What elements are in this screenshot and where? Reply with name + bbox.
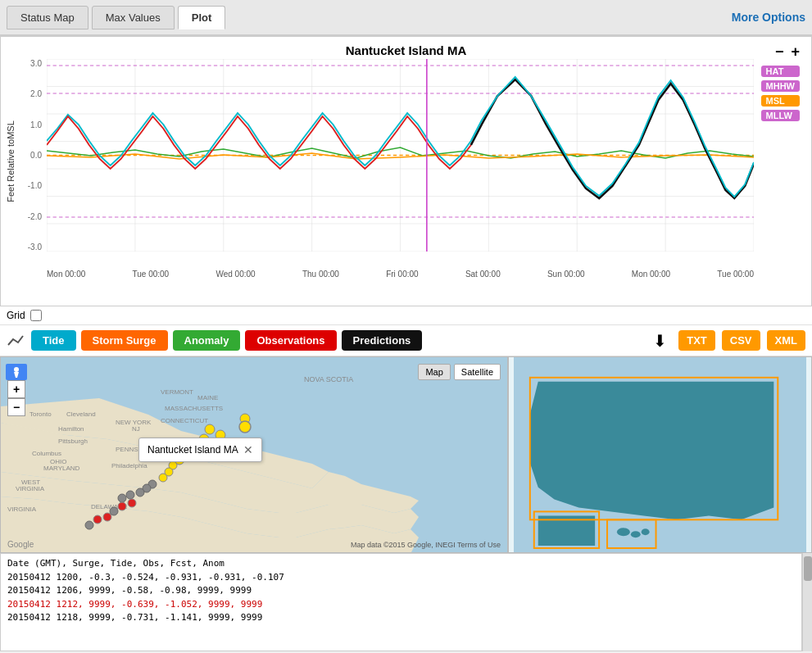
grid-row: Grid — [0, 306, 812, 325]
svg-text:MARYLAND: MARYLAND — [43, 465, 80, 472]
tab-plot[interactable]: Plot — [178, 6, 226, 29]
map-view-button[interactable]: Map — [418, 364, 450, 380]
more-options-button[interactable]: More Options — [732, 11, 805, 24]
txt-export-button[interactable]: TXT — [678, 330, 715, 351]
svg-point-77 — [617, 528, 630, 536]
svg-text:MASSACHUSETTS: MASSACHUSETTS — [165, 405, 223, 412]
y-axis-ticks: 3.0 2.0 1.0 0.0 -1.0 -2.0 -3.0 — [7, 59, 45, 252]
svg-point-67 — [85, 521, 93, 529]
svg-text:VIRGINIA: VIRGINIA — [16, 485, 45, 492]
svg-point-59 — [136, 488, 144, 497]
svg-text:NOVA SCOTIA: NOVA SCOTIA — [304, 375, 353, 383]
svg-point-61 — [118, 494, 126, 502]
svg-text:MAINE: MAINE — [197, 394, 218, 401]
svg-text:Philadelphia: Philadelphia — [111, 462, 147, 469]
grid-checkbox[interactable] — [30, 310, 42, 321]
download-icon[interactable]: ⬇ — [653, 331, 667, 351]
chart-zoom-controls: − + — [773, 43, 801, 61]
us-overview-map — [508, 356, 812, 553]
scrollbar-thumb[interactable] — [804, 556, 812, 581]
svg-text:Pittsburgh: Pittsburgh — [58, 438, 88, 445]
tide-button[interactable]: Tide — [31, 330, 76, 351]
tab-status-map[interactable]: Status Map — [7, 6, 88, 29]
chart-area: Nantucket Island MA − + HAT MHHW MSL MLL… — [0, 36, 812, 306]
chart-svg — [47, 59, 754, 252]
data-text-area[interactable]: Date (GMT), Surge, Tide, Obs, Fcst, Anom… — [0, 553, 802, 651]
svg-point-56 — [159, 474, 167, 482]
zoom-plus-button[interactable]: + — [791, 43, 800, 60]
zoom-minus-button[interactable]: − — [775, 43, 784, 60]
header-bar: Status Map Max Values Plot More Options — [0, 0, 812, 36]
svg-marker-73 — [530, 382, 774, 520]
data-line-4: 20150412 1218, 9999, -0.731, -1.141, 999… — [7, 611, 795, 625]
svg-marker-71 — [14, 372, 19, 378]
svg-point-69 — [239, 421, 251, 433]
svg-text:Hamilton: Hamilton — [58, 425, 84, 433]
svg-point-66 — [93, 515, 102, 524]
data-header-line: Date (GMT), Surge, Tide, Obs, Fcst, Anom — [7, 557, 795, 571]
svg-point-60 — [126, 491, 134, 499]
map-data-credit: Map data ©2015 Google, INEGI Terms of Us… — [351, 541, 501, 549]
svg-text:CONNECTICUT: CONNECTICUT — [161, 417, 208, 424]
zoom-out-button[interactable]: − — [7, 398, 25, 416]
observations-button[interactable]: Observations — [245, 330, 336, 351]
bottom-section: OHIO WEST VIRGINIA VIRGINIA Pittsburgh C… — [0, 356, 812, 651]
svg-point-70 — [14, 367, 19, 372]
data-line-2: 20150412 1206, 9999, -0.58, -0.98, 9999,… — [7, 584, 795, 598]
svg-text:VIRGINIA: VIRGINIA — [7, 506, 37, 513]
svg-point-65 — [103, 513, 111, 521]
svg-point-79 — [642, 528, 650, 535]
street-view-icon[interactable] — [6, 364, 27, 380]
zoom-in-button[interactable]: + — [7, 380, 25, 398]
svg-point-64 — [110, 507, 118, 515]
svg-text:Cleveland: Cleveland — [66, 410, 96, 418]
data-line-3: 20150412 1212, 9999, -0.639, -1.052, 999… — [7, 598, 795, 612]
svg-text:Columbus: Columbus — [32, 450, 61, 457]
svg-point-78 — [631, 531, 641, 537]
map-popup-close-button[interactable]: ✕ — [243, 443, 253, 456]
grid-label: Grid — [7, 310, 25, 321]
anomaly-button[interactable]: Anomaly — [173, 330, 241, 351]
svg-text:Toronto: Toronto — [29, 410, 52, 418]
maps-row: OHIO WEST VIRGINIA VIRGINIA Pittsburgh C… — [0, 356, 812, 553]
csv-export-button[interactable]: CSV — [722, 330, 760, 351]
svg-text:VERMONT: VERMONT — [161, 388, 193, 396]
map-controls: Map Satellite — [418, 364, 501, 380]
svg-point-63 — [118, 502, 126, 510]
satellite-view-button[interactable]: Satellite — [454, 364, 501, 380]
storm-surge-button[interactable]: Storm Surge — [81, 330, 168, 351]
data-output-section: Date (GMT), Surge, Tide, Obs, Fcst, Anom… — [0, 553, 812, 651]
us-map-svg — [509, 357, 811, 552]
map-popup-label: Nantucket Island MA — [147, 444, 238, 456]
chart-mode-icon[interactable] — [7, 333, 26, 349]
google-logo: Google — [7, 540, 34, 549]
scrollbar[interactable] — [802, 553, 812, 651]
svg-point-47 — [205, 424, 215, 434]
xml-export-button[interactable]: XML — [767, 330, 805, 351]
predictions-button[interactable]: Predictions — [342, 330, 423, 351]
svg-point-62 — [128, 499, 136, 507]
data-line-1: 20150412 1200, -0.3, -0.524, -0.931, -0.… — [7, 571, 795, 585]
legend-buttons-row: Tide Storm Surge Anomaly Observations Pr… — [0, 325, 812, 356]
svg-text:NJ: NJ — [132, 425, 140, 433]
google-map[interactable]: OHIO WEST VIRGINIA VIRGINIA Pittsburgh C… — [0, 356, 508, 553]
x-axis-ticks: Mon 00:00 Tue 00:00 Wed 00:00 Thu 00:00 … — [47, 270, 754, 279]
map-popup: Nantucket Island MA ✕ — [138, 438, 262, 462]
tab-max-values[interactable]: Max Values — [92, 6, 175, 29]
chart-title: Nantucket Island MA — [7, 43, 805, 57]
map-zoom-controls: + − — [7, 380, 25, 416]
